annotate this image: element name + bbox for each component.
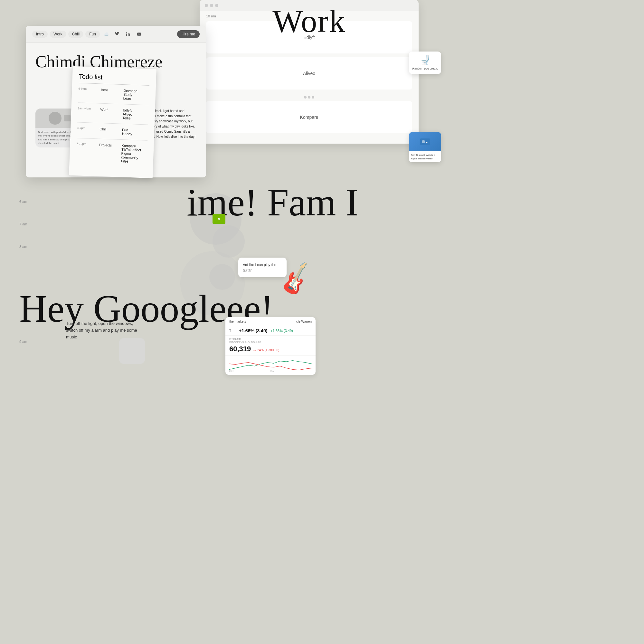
finance-header: the markets cle Warren	[225, 317, 316, 326]
chart-svg: 2024 May	[229, 355, 312, 372]
todo-row-time2: 9am -4pm Work Edlyft Aliveo Tellie	[77, 107, 148, 121]
todo-row-time4: 7-10pm Projects Kompare TikTok effect Fi…	[76, 142, 147, 164]
nav-bar: Intro Work Chill Fun ☁️ Hire me	[26, 26, 206, 43]
todo-section-intro: 6-9am Intro Devotion Study Learn	[78, 87, 149, 105]
circle-deco-4	[209, 264, 235, 290]
todo-section-work: 9am -4pm Work Edlyft Aliveo Tellie	[77, 107, 149, 125]
bitcoin-change: -2.24% (1,380.00)	[253, 348, 279, 352]
browser-dot-1	[304, 96, 307, 99]
ticker-1-change: +1.66% (3.49)	[239, 328, 267, 333]
time-6am: 6 am	[19, 200, 27, 204]
ticker-1-pct: +1.66% (3.49)	[270, 329, 293, 333]
todo-section-chill: 4-7pm Chill Fun Hobby	[77, 126, 148, 141]
finance-header-right: cle Warren	[296, 320, 312, 323]
finance-card: the markets cle Warren T +1.66% (3.49) +…	[225, 317, 316, 375]
todo-section-projects: 7-10pm Projects Kompare TikTok effect Fi…	[76, 142, 147, 168]
time-9am: 9 am	[19, 340, 27, 344]
bitcoin-price: 60,319	[229, 345, 251, 353]
chart-area: 2024 May	[225, 355, 316, 375]
ticker-1-label: T	[229, 329, 236, 333]
bitcoin-sub: BITCOIN VS. U.S. DOLLAR	[229, 341, 312, 344]
morning-text: Turn off the light, open the windows, sw…	[66, 320, 140, 340]
nvidia-area: N	[206, 214, 232, 224]
nav-work[interactable]: Work	[50, 31, 66, 38]
twitter-icon[interactable]	[113, 30, 122, 39]
svg-point-3	[126, 32, 127, 33]
self-distract-card: ▶ Self Distract: watch a Ryan Trahan vid…	[409, 132, 441, 162]
avatar	[49, 112, 62, 125]
browser-dots	[206, 93, 412, 101]
nav-fun[interactable]: Fun	[85, 31, 100, 38]
random-pee-card: 🚽 Random pee break.	[409, 52, 441, 74]
todo-card: Todo list 6-9am Intro Devotion Study Lea…	[69, 66, 156, 178]
time-7am: 7 am	[19, 222, 27, 226]
hire-button[interactable]: Hire me	[177, 30, 200, 38]
project-kompare: Kompare	[206, 101, 412, 133]
toilet-icon: 🚽	[412, 55, 438, 65]
self-distract-thumbnail: ▶	[409, 132, 441, 151]
finance-header-left: the markets	[229, 320, 246, 323]
random-pee-label: Random pee break.	[412, 67, 438, 71]
browser-dot-2	[308, 96, 310, 99]
nav-intro[interactable]: Intro	[32, 31, 48, 38]
ticker-row-1: T +1.66% (3.49) +1.66% (3.49)	[225, 326, 316, 336]
phone-bottom	[119, 338, 145, 364]
svg-text:▶: ▶	[426, 141, 428, 144]
svg-text:2024: 2024	[229, 370, 233, 372]
todo-row-time1: 6-9am Intro Devotion Study Learn	[78, 87, 149, 101]
nav-chill[interactable]: Chill	[68, 31, 83, 38]
bitcoin-label: BTCUSD	[229, 337, 312, 341]
youtube-icon[interactable]	[135, 30, 144, 39]
work-title-large: Work	[200, 3, 419, 40]
time-8am: 8 am	[19, 245, 27, 249]
linkedin-icon[interactable]	[124, 30, 133, 39]
todo-title: Todo list	[79, 73, 150, 86]
guitar-card: Act like I can play the guitar	[238, 258, 287, 277]
project-aliveo: Aliveo	[206, 57, 412, 90]
cloud-icon: ☁️	[102, 30, 111, 39]
bitcoin-price-row: 60,319 -2.24% (1,380.00)	[229, 345, 312, 353]
todo-row-time3: 4-7pm Chill Fun Hobby	[77, 126, 148, 137]
browser-dot-3	[312, 96, 314, 99]
self-distract-text: Self Distract: watch a Ryan Trahan video	[409, 151, 441, 162]
svg-point-1	[422, 140, 425, 143]
nvidia-logo: N	[213, 214, 225, 224]
bitcoin-section: BTCUSD BITCOIN VS. U.S. DOLLAR 60,319 -2…	[225, 336, 316, 355]
svg-text:May: May	[270, 370, 274, 372]
